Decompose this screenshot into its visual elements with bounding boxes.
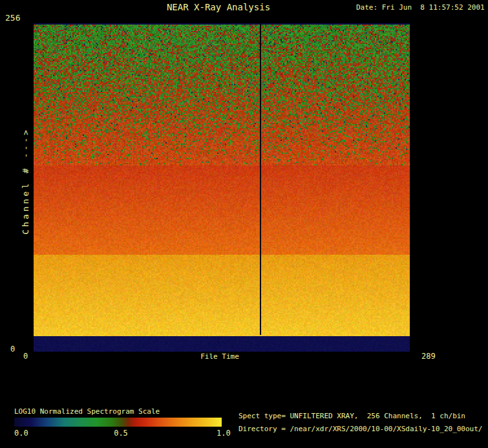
x-axis-title: File Time — [200, 352, 239, 361]
x-axis-min-label: 0 — [23, 352, 28, 360]
directory-info: Directory = /near/xdr/XRS/2000/10-00/XSd… — [239, 425, 483, 433]
y-axis-min-label: 0 — [10, 345, 15, 353]
colorbar-title: LOG10 Normalized Spectrogram Scale — [14, 407, 160, 416]
colorbar-gradient — [14, 418, 222, 427]
spectrogram-canvas — [34, 23, 410, 352]
y-axis-title: Channel # ---> — [21, 127, 30, 235]
colorbar-tick-min: 0.0 — [14, 429, 28, 437]
near-xray-analysis-window: NEAR X-Ray Analysis Date: Fri Jun 8 11:5… — [0, 0, 488, 448]
spect-type-info: Spect type= UNFILTERED XRAY, 256 Channel… — [239, 412, 465, 420]
colorbar-tick-mid: 0.5 — [114, 429, 128, 437]
colorbar-tick-max: 1.0 — [217, 429, 231, 437]
y-axis-max-label: 256 — [5, 14, 20, 22]
x-axis-max-label: 289 — [421, 352, 436, 360]
page-title: NEAR X-Ray Analysis — [167, 3, 270, 12]
date-label: Date: Fri Jun 8 11:57:52 2001 — [356, 3, 485, 12]
